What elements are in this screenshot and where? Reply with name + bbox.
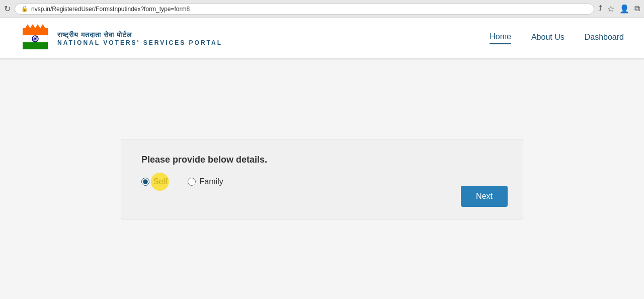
url-text: nvsp.in/RegisteredUser/FormsInputindex?f… bbox=[31, 6, 190, 13]
logo-icon bbox=[20, 23, 50, 53]
radio-self-label: Self bbox=[153, 177, 168, 186]
svg-marker-3 bbox=[40, 24, 45, 28]
radio-group: Self Family bbox=[141, 177, 503, 186]
address-bar[interactable]: 🔒 nvsp.in/RegisteredUser/FormsInputindex… bbox=[15, 4, 594, 15]
nav-home[interactable]: Home bbox=[490, 32, 511, 44]
svg-rect-4 bbox=[23, 28, 48, 35]
browser-actions: ⤴ ☆ 👤 ⧉ bbox=[598, 4, 640, 14]
nav-links: Home About Us Dashboard bbox=[490, 32, 624, 44]
share-icon[interactable]: ⤴ bbox=[598, 4, 602, 14]
main-content: Please provide below details. Self Famil… bbox=[0, 59, 644, 299]
radio-self[interactable] bbox=[141, 178, 149, 186]
profile-icon[interactable]: 👤 bbox=[619, 4, 629, 14]
lock-icon: 🔒 bbox=[21, 6, 28, 12]
logo-hindi: राष्ट्रीय मतदाता सेवा पोर्टल bbox=[57, 31, 222, 39]
nav-about-us[interactable]: About Us bbox=[531, 33, 565, 44]
form-card: Please provide below details. Self Famil… bbox=[121, 139, 523, 219]
logo-text: राष्ट्रीय मतदाता सेवा पोर्टल NATIONAL VO… bbox=[57, 31, 222, 46]
bookmark-icon[interactable]: ☆ bbox=[607, 4, 614, 14]
svg-marker-1 bbox=[30, 24, 35, 28]
radio-option-family[interactable]: Family bbox=[188, 177, 223, 186]
radio-family[interactable] bbox=[188, 178, 196, 186]
form-title: Please provide below details. bbox=[141, 155, 503, 165]
browser-chrome: ↻ 🔒 nvsp.in/RegisteredUser/FormsInputind… bbox=[0, 0, 644, 18]
refresh-icon[interactable]: ↻ bbox=[4, 4, 11, 14]
svg-rect-6 bbox=[23, 42, 48, 49]
extensions-icon[interactable]: ⧉ bbox=[634, 4, 640, 14]
next-button[interactable]: Next bbox=[461, 186, 508, 207]
navbar: राष्ट्रीय मतदाता सेवा पोर्टल NATIONAL VO… bbox=[0, 18, 644, 59]
radio-family-label: Family bbox=[200, 177, 223, 186]
svg-marker-2 bbox=[35, 24, 40, 28]
svg-marker-0 bbox=[25, 24, 30, 28]
logo-english: NATIONAL VOTERS' SERVICES PORTAL bbox=[57, 39, 222, 46]
nav-dashboard[interactable]: Dashboard bbox=[585, 33, 624, 44]
page: राष्ट्रीय मतदाता सेवा पोर्टल NATIONAL VO… bbox=[0, 18, 644, 299]
radio-option-self[interactable]: Self bbox=[141, 177, 168, 186]
logo-area: राष्ट्रीय मतदाता सेवा पोर्टल NATIONAL VO… bbox=[20, 23, 222, 53]
